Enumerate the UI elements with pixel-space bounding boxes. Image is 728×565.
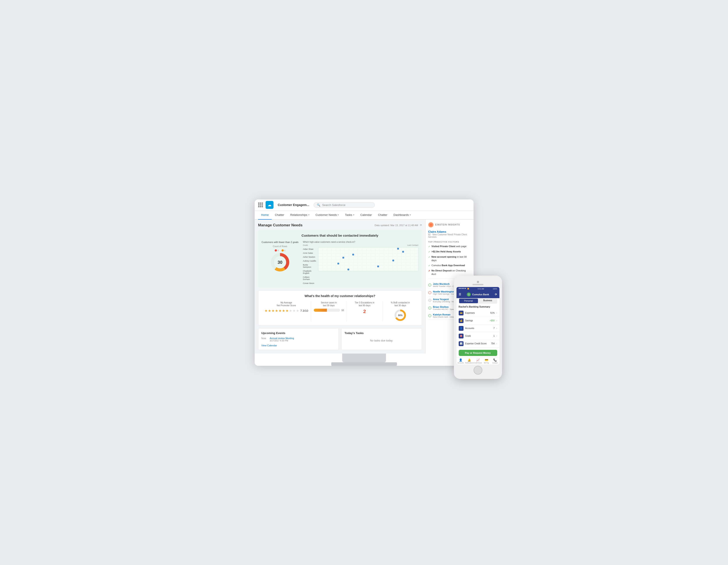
nav-item-chatter[interactable]: Chatter <box>272 211 287 219</box>
event-date: 3/27/2017 4:30 PM <box>270 340 294 342</box>
credit-label: Experian Credit Score <box>465 342 489 345</box>
phone-nav-contact[interactable]: 📞 Contact <box>491 358 499 364</box>
phone-nav-notifications[interactable]: 🔔 Notifications <box>465 358 474 364</box>
savings-icon: 💰 <box>459 318 464 323</box>
app-grid-icon[interactable] <box>258 202 263 207</box>
refresh-icon[interactable]: ⟳ <box>420 224 422 227</box>
status-indicator-5 <box>428 314 431 317</box>
phone-row-savings: 💰 Savings +$50 › <box>457 317 499 325</box>
factor-4: ✓ Cumulus Bank App Download <box>428 264 471 267</box>
phone-home-button[interactable] <box>474 366 482 375</box>
donut-wrapper: 30 <box>270 252 290 272</box>
name-1: Aidan Shaw <box>303 248 316 250</box>
accounts-icon: 👤 <box>459 326 464 331</box>
name-6: Chadwick English <box>303 270 316 274</box>
nav-item-customer-needs[interactable]: Customer Needs ▾ <box>312 211 342 219</box>
nav-item-chatter2[interactable]: Chatter <box>375 211 390 219</box>
nav-item-calendar[interactable]: Calendar <box>357 211 375 219</box>
signal-dots: 📶 <box>459 288 469 290</box>
nav-notifications-label: Notifications <box>465 362 473 364</box>
legend-0-icon: 🔴 0 <box>275 249 279 252</box>
toggle-business[interactable]: Business <box>478 298 497 304</box>
no-tasks-text: No tasks due today. <box>345 339 419 342</box>
nav-accounts-icon: 👤 <box>459 358 462 362</box>
name-5: Burke Sampson <box>303 264 316 268</box>
accounts-value: 7 <box>494 327 495 329</box>
scene: ☁ Customer Engagem... 🔍 Search Salesforc… <box>244 199 485 366</box>
metric-escalations-label: Tier 3 Escalations inlast 90 days <box>355 301 374 307</box>
metric-service-cases: Service cases inlast 30 days 10 <box>311 301 347 322</box>
status-indicator-2 <box>428 291 431 294</box>
nav-item-dashboards[interactable]: Dashboards ▾ <box>390 211 414 219</box>
nav-item-tasks[interactable]: Tasks ▾ <box>342 211 357 219</box>
nav-bill-pay-icon: 💳 <box>485 358 488 362</box>
einstein-header: EINSTEIN INSIGHTS <box>428 222 471 227</box>
scatter-dot-1 <box>397 248 399 250</box>
hamburger-icon[interactable]: ☰ <box>459 293 461 296</box>
phone-nav-credit-score[interactable]: 📈 Credit Score <box>474 358 482 364</box>
factor-3-text: New account opening in last 30 days <box>432 255 471 262</box>
goals-label: Goals <box>465 335 492 337</box>
chart-row: Customers with fewer than 2 goals Count … <box>262 241 418 284</box>
donut-legend: 🔴 0 🟠 1 <box>275 249 285 252</box>
scatter-dot-8 <box>347 269 349 270</box>
star-1: ★ <box>264 309 268 313</box>
search-box[interactable]: 🔍 Search Salesforce <box>314 202 375 208</box>
chart-title: Customers that should be contacted immed… <box>262 234 418 237</box>
einstein-person-name[interactable]: Claire Adams <box>428 230 471 233</box>
donut-mini-value: 66% <box>398 314 402 316</box>
chevron-down-icon: ▾ <box>353 214 354 216</box>
goals-icon: 🎯 <box>459 334 464 338</box>
phone-battery: 100% <box>493 288 497 290</box>
name-4: Aubrey Castillo <box>303 260 316 262</box>
health-metrics: My AverageNet Promoter Score ★ ★ ★ ★ ★ ★… <box>262 301 418 322</box>
name-2: Anne Salas <box>303 252 316 254</box>
metric-bob-label: % BoB contacted inlast 30 days <box>391 301 410 307</box>
star-score: 7.3/10 <box>300 309 308 312</box>
progress-fill <box>314 309 327 312</box>
phone-nav-bill-pay[interactable]: 💳 Bill Pay <box>482 358 491 364</box>
metric-bob: % BoB contacted inlast 30 days 66% <box>383 301 418 322</box>
nav-home-label: Home <box>261 213 269 216</box>
progress-display: 10 <box>314 309 344 312</box>
scatter-dot-4 <box>342 257 344 259</box>
nav-tasks-label: Tasks <box>345 213 352 216</box>
search-icon: 🔍 <box>317 203 320 207</box>
chevron-icon-3: › <box>496 327 497 329</box>
savings-label: Savings <box>465 319 488 322</box>
monitor-screen: ☁ Customer Engagem... 🔍 Search Salesforc… <box>255 199 474 354</box>
events-card: Upcoming Events Now Annual review Meetin… <box>258 328 339 350</box>
toggle-personal[interactable]: Personal <box>459 299 478 303</box>
event-name[interactable]: Annual review Meeting <box>270 337 294 340</box>
nav-chatter2-label: Chatter <box>378 213 387 216</box>
einstein-highlighted-person: Claire Adams 92 · New Customer Need! Pri… <box>428 230 471 238</box>
x-icon-5: ✗ <box>428 269 430 273</box>
phone-nav-accounts[interactable]: 👤 Accounts <box>457 358 465 364</box>
tasks-title: Today's Tasks <box>345 331 419 335</box>
refresh-icon-phone[interactable]: ⟳ <box>495 293 497 296</box>
scatter-body: Aidan Shaw Anne Salas Asher Newton Aubre… <box>303 247 418 284</box>
data-updated-text: Data updated: Mar 13, 2017 at 11:48 AM <box>375 224 418 227</box>
einstein-logo <box>428 222 434 227</box>
nav-customer-needs-label: Customer Needs <box>316 213 337 216</box>
page-title: Manage Customer Needs <box>258 223 303 227</box>
pay-request-button[interactable]: Pay or Request Money <box>459 350 497 356</box>
view-calendar-link[interactable]: View Calendar <box>261 344 335 347</box>
stars-display: ★ ★ ★ ★ ★ ★ ★ ★ ★ ★ <box>264 309 308 313</box>
nav-dashboards-label: Dashboards <box>393 213 409 216</box>
star-7: ★ <box>286 309 289 313</box>
nav-item-home[interactable]: Home <box>258 211 272 220</box>
nav-contact-icon: 📞 <box>493 358 497 362</box>
status-indicator-4 <box>428 306 431 310</box>
check-icon-3: ✓ <box>428 255 430 259</box>
star-3: ★ <box>271 309 275 313</box>
star-10: ★ <box>296 309 299 313</box>
wifi-icon: 📶 <box>467 288 469 290</box>
star-9: ★ <box>293 309 296 313</box>
nav-chatter-label: Chatter <box>275 213 284 216</box>
star-2: ★ <box>268 309 271 313</box>
status-indicator-1 <box>428 283 431 287</box>
page-header: Manage Customer Needs Data updated: Mar … <box>258 223 422 227</box>
nav-item-relationships[interactable]: Relationships ▾ <box>287 211 312 219</box>
scatter-label-goals: Which high-value customers need a servic… <box>303 241 355 243</box>
